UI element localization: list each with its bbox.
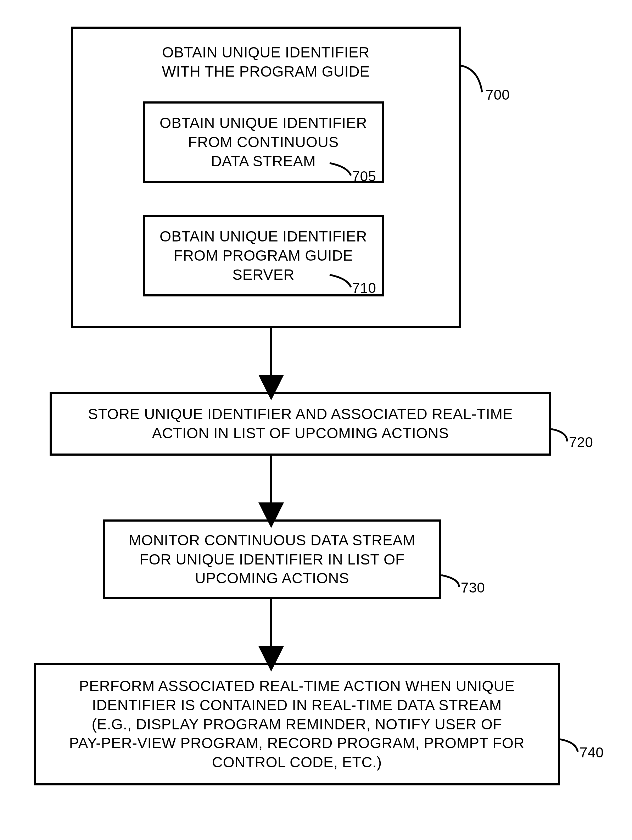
leader-730 [441,575,459,587]
step-720-store-identifier: STORE UNIQUE IDENTIFIER AND ASSOCIATED R… [50,392,551,456]
leader-720 [551,429,567,441]
ref-label-700: 700 [485,87,510,103]
ref-label-710: 710 [352,280,376,296]
step-705-obtain-from-stream: OBTAIN UNIQUE IDENTIFIERFROM CONTINUOUSD… [143,101,384,183]
step-700-obtain-identifier-guide: OBTAIN UNIQUE IDENTIFIERWITH THE PROGRAM… [71,27,461,328]
step-730-monitor-stream: MONITOR CONTINUOUS DATA STREAMFOR UNIQUE… [103,519,441,599]
step-740-perform-action: PERFORM ASSOCIATED REAL-TIME ACTION WHEN… [34,663,560,785]
ref-label-730: 730 [461,580,485,596]
flowchart-canvas: OBTAIN UNIQUE IDENTIFIERWITH THE PROGRAM… [0,0,632,840]
ref-label-705: 705 [352,169,376,185]
leader-700 [461,66,482,92]
step-700-title: OBTAIN UNIQUE IDENTIFIERWITH THE PROGRAM… [73,43,459,81]
leader-740 [560,739,578,752]
step-710-obtain-from-server: OBTAIN UNIQUE IDENTIFIERFROM PROGRAM GUI… [143,215,384,297]
ref-label-740: 740 [580,745,604,761]
ref-label-720: 720 [569,434,593,450]
